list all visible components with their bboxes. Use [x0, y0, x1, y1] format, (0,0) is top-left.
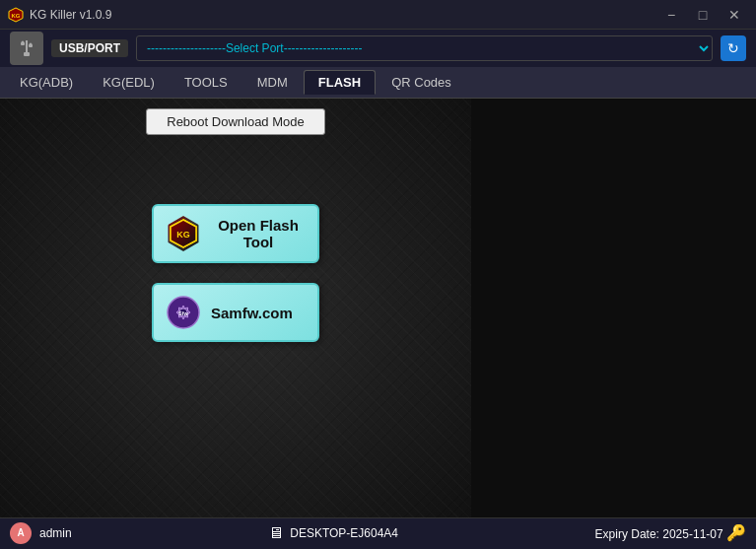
svg-rect-2: [24, 52, 30, 56]
flash-panel: Reboot Download Mode KG: [0, 99, 471, 517]
kg-logo-icon: KG: [166, 216, 201, 251]
close-button[interactable]: ✕: [721, 5, 748, 25]
tab-mdm[interactable]: MDM: [243, 71, 302, 94]
user-avatar: A: [10, 522, 32, 544]
key-icon: 🔑: [726, 524, 746, 541]
status-expiry: Expiry Date: 2025-11-07 🔑: [595, 523, 746, 542]
tab-kg-edl[interactable]: KG(EDL): [89, 71, 169, 94]
tab-tools[interactable]: TOOLS: [171, 71, 241, 94]
svg-point-7: [30, 43, 33, 46]
samfw-label: Samfw.com: [211, 305, 293, 321]
username-label: admin: [39, 526, 72, 540]
reboot-btn-wrap: Reboot Download Mode: [0, 99, 471, 145]
samfw-button[interactable]: Sfw Samfw.com: [152, 283, 319, 342]
svg-rect-3: [26, 40, 28, 52]
svg-text:KG: KG: [176, 230, 190, 240]
console-panel: [471, 99, 756, 517]
tab-flash[interactable]: FLASH: [304, 70, 376, 95]
refresh-button[interactable]: ↻: [721, 35, 746, 61]
svg-text:KG: KG: [12, 13, 21, 19]
svg-point-6: [22, 41, 25, 44]
minimize-button[interactable]: −: [657, 5, 685, 25]
app-icon: KG: [8, 7, 24, 23]
status-bar: A admin 🖥 DESKTOP-EJ604A4 Expiry Date: 2…: [0, 517, 756, 547]
port-select[interactable]: --------------------Select Port---------…: [136, 35, 713, 61]
tab-qr-codes[interactable]: QR Codes: [378, 71, 465, 94]
open-flash-tool-label: Open Flash Tool: [211, 217, 306, 250]
tab-kg-adb[interactable]: KG(ADB): [6, 71, 87, 94]
status-user: A admin: [10, 522, 72, 544]
status-computer: 🖥 DESKTOP-EJ604A4: [268, 524, 398, 542]
open-flash-tool-button[interactable]: KG Open Flash Tool: [152, 204, 319, 263]
title-bar: KG KG Killer v1.0.9 − □ ✕: [0, 0, 756, 30]
maximize-button[interactable]: □: [689, 5, 717, 25]
computer-name: DESKTOP-EJ604A4: [290, 526, 398, 540]
samfw-icon: Sfw: [166, 295, 201, 330]
reboot-download-mode-button[interactable]: Reboot Download Mode: [146, 108, 324, 135]
svg-text:Sfw: Sfw: [178, 310, 189, 316]
computer-icon: 🖥: [268, 524, 284, 542]
usb-icon: [10, 32, 43, 65]
flash-buttons: KG Open Flash Tool Sfw Samfw.com: [152, 204, 319, 342]
usb-port-label: USB/PORT: [51, 39, 128, 57]
nav-tabs: KG(ADB) KG(EDL) TOOLS MDM FLASH QR Codes: [0, 67, 756, 99]
main-content: Reboot Download Mode KG: [0, 99, 756, 517]
port-bar: USB/PORT --------------------Select Port…: [0, 30, 756, 67]
window-controls: − □ ✕: [657, 5, 748, 25]
app-title: KG Killer v1.0.9: [30, 8, 111, 22]
expiry-label: Expiry Date: 2025-11-07: [595, 527, 723, 541]
title-bar-left: KG KG Killer v1.0.9: [8, 7, 111, 23]
